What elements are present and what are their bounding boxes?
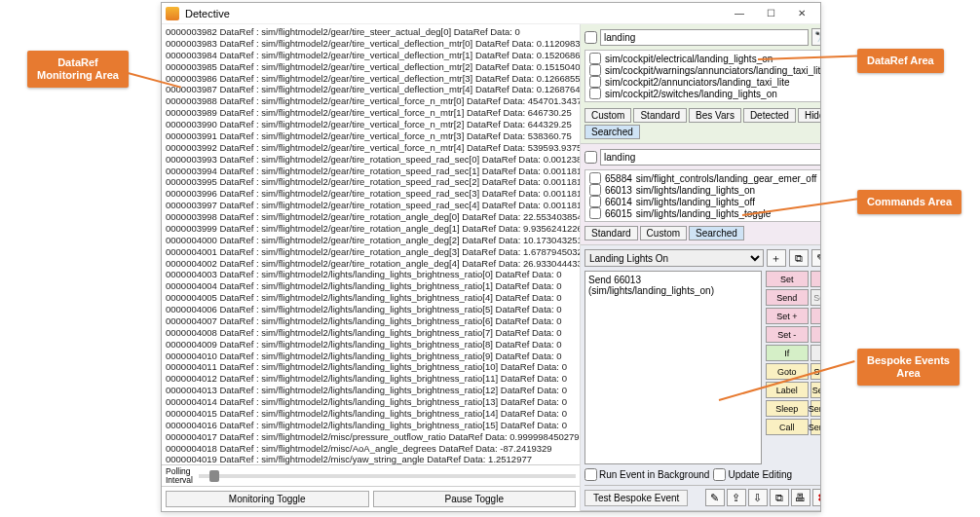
polling-slider[interactable]: [199, 474, 576, 478]
dataref-item-label: sim/cockpit2/switches/landing_lights_on: [605, 89, 777, 99]
command-item-id: 66015: [605, 208, 632, 219]
monitor-list[interactable]: 0000003982 DataRef : sim/flightmodel2/ge…: [162, 24, 580, 464]
monitor-row: 0000003983 DataRef : sim/flightmodel2/ge…: [166, 38, 576, 50]
monitor-row: 0000003999 DataRef : sim/flightmodel2/ge…: [166, 223, 576, 235]
monitor-row: 0000004017 DataRef : sim/flightmodel2/mi…: [166, 431, 576, 443]
event-action-button[interactable]: Set /: [810, 326, 820, 343]
export-event-icon[interactable]: ⇪: [727, 489, 746, 506]
dataref-tab[interactable]: Hidden: [798, 108, 820, 123]
commands-tab[interactable]: Standard: [584, 226, 638, 240]
dataref-search-input[interactable]: [600, 29, 809, 46]
event-body-text[interactable]: Send 66013 (sim/lights/landing_lights_on…: [584, 271, 762, 464]
dataref-item-check[interactable]: [589, 53, 601, 64]
dataref-tab[interactable]: Standard: [633, 108, 687, 123]
window-title: Detective: [185, 8, 725, 19]
monitor-row: 0000003995 DataRef : sim/flightmodel2/ge…: [166, 176, 576, 188]
monitor-row: 0000004019 DataRef : sim/flightmodel2/mi…: [166, 454, 576, 464]
monitor-row: 0000004013 DataRef : sim/flightmodel2/li…: [166, 385, 576, 396]
titlebar: Detective — ☐ ✕: [162, 3, 820, 24]
event-action-button[interactable]: If: [766, 345, 809, 361]
dataref-item-label: sim/cockpit/electrical/landing_lights_on: [605, 54, 773, 64]
monitoring-toggle-button[interactable]: Monitoring Toggle: [166, 491, 369, 507]
event-action-button[interactable]: Send Var: [810, 289, 820, 306]
monitor-row: 0000004008 DataRef : sim/flightmodel2/li…: [166, 327, 576, 339]
copy-event-icon[interactable]: ⧉: [789, 249, 809, 267]
monitor-row: 0000004014 DataRef : sim/flightmodel2/li…: [166, 396, 576, 408]
monitor-row: 0000004010 DataRef : sim/flightmodel2/li…: [166, 351, 576, 362]
event-action-button[interactable]: Set: [766, 271, 809, 287]
callout-dataref: DataRef Area: [857, 49, 944, 73]
dataref-item-check[interactable]: [589, 88, 601, 99]
monitor-row: 0000004002 DataRef : sim/flightmodel2/ge…: [166, 258, 576, 270]
event-action-button[interactable]: Set -: [766, 326, 809, 343]
maximize-button[interactable]: ☐: [756, 5, 785, 22]
monitor-row: 0000003993 DataRef : sim/flightmodel2/ge…: [166, 154, 576, 166]
commands-tab[interactable]: Custom: [640, 226, 687, 240]
dataref-item[interactable]: sim/cockpit2/switches/landing_lights_on: [587, 88, 820, 99]
dataref-check[interactable]: [584, 31, 597, 44]
dataref-panel: 🔭 sim/cockpit/electrical/landing_lights_…: [581, 24, 820, 144]
commands-search-input[interactable]: [600, 149, 820, 166]
monitor-row: 0000004012 DataRef : sim/flightmodel2/li…: [166, 373, 576, 385]
event-action-button[interactable]: Set +: [766, 308, 809, 324]
command-item-check[interactable]: [589, 207, 601, 219]
monitor-row: 0000003987 DataRef : sim/flightmodel2/ge…: [166, 84, 576, 95]
dataref-tab[interactable]: Detected: [743, 108, 796, 123]
monitor-row: 0000003991 DataRef : sim/flightmodel2/ge…: [166, 130, 576, 142]
monitor-row: 0000003998 DataRef : sim/flightmodel2/ge…: [166, 211, 576, 223]
command-item[interactable]: 65884 sim/flight_controls/landing_gear_e…: [587, 172, 820, 184]
run-bg-label: Run Event in Background: [599, 469, 709, 480]
print-icon[interactable]: 🖶: [791, 489, 810, 506]
commands-list[interactable]: 65884 sim/flight_controls/landing_gear_e…: [584, 169, 820, 222]
update-editing-checkbox[interactable]: [713, 468, 726, 481]
dataref-item[interactable]: sim/cockpit2/annunciators/landing_taxi_l…: [587, 76, 820, 88]
delete-icon[interactable]: ✖: [812, 489, 820, 506]
dataref-item-check[interactable]: [589, 64, 601, 76]
command-item[interactable]: 66014 sim/lights/landing_lights_off: [587, 196, 820, 207]
command-item-check[interactable]: [589, 184, 601, 196]
edit-icon[interactable]: ✎: [705, 489, 725, 506]
rename-event-icon[interactable]: ✎: [811, 249, 820, 267]
dataref-tabs: CustomStandardBes VarsDetectedHiddenSear…: [584, 108, 820, 139]
app-icon: [166, 7, 179, 20]
run-bg-checkbox[interactable]: [584, 468, 597, 481]
test-bespoke-button[interactable]: Test Bespoke Event: [584, 490, 688, 506]
dataref-item[interactable]: sim/cockpit/warnings/annunciators/landin…: [587, 64, 820, 76]
monitor-row: 0000004009 DataRef : sim/flightmodel2/li…: [166, 339, 576, 351]
event-action-button[interactable]: Sleep: [766, 400, 809, 417]
event-action-button[interactable]: Set =: [810, 271, 820, 287]
event-select[interactable]: Landing Lights On: [584, 249, 764, 267]
event-action-grid: SetSet =SendSend VarSet +Set *Set -Set /…: [766, 271, 820, 464]
dataref-tab[interactable]: Bes Vars: [689, 108, 741, 123]
monitor-row: 0000003997 DataRef : sim/flightmodel2/ge…: [166, 200, 576, 211]
command-item-check[interactable]: [589, 196, 601, 207]
event-action-button[interactable]: SendKey*: [810, 382, 820, 398]
dataref-tab[interactable]: Custom: [584, 108, 631, 123]
dataref-item-check[interactable]: [589, 76, 601, 88]
monitor-row: 0000004001 DataRef : sim/flightmodel2/ge…: [166, 246, 576, 258]
commands-tab[interactable]: Searched: [689, 226, 744, 240]
minimize-button[interactable]: —: [725, 5, 754, 22]
pause-toggle-button[interactable]: Pause Toggle: [373, 491, 577, 507]
binoculars-icon[interactable]: 🔭: [811, 28, 820, 46]
event-action-button[interactable]: SendKeyDn: [810, 400, 820, 417]
duplicate-icon[interactable]: ⧉: [770, 489, 789, 506]
update-editing-label: Update Editing: [728, 469, 792, 480]
close-button[interactable]: ✕: [787, 5, 816, 22]
monitor-row: 0000004018 DataRef : sim/flightmodel2/mi…: [166, 443, 576, 455]
event-action-button[interactable]: Call: [766, 419, 809, 435]
import-event-icon[interactable]: ⇩: [748, 489, 768, 506]
command-item-check[interactable]: [589, 172, 601, 184]
event-action-button[interactable]: Set *: [810, 308, 820, 324]
command-item[interactable]: 66013 sim/lights/landing_lights_on: [587, 184, 820, 196]
event-action-button[interactable]: If Var: [810, 345, 820, 361]
event-action-button[interactable]: SendKeyUp: [810, 419, 820, 435]
monitor-row: 0000004003 DataRef : sim/flightmodel2/li…: [166, 269, 576, 280]
command-item-path: sim/flight_controls/landing_gear_emer_of…: [636, 173, 816, 184]
event-action-button[interactable]: Send: [766, 289, 809, 306]
commands-check[interactable]: [584, 151, 597, 164]
dataref-item-label: sim/cockpit/warnings/annunciators/landin…: [605, 65, 820, 76]
dataref-tab[interactable]: Searched: [584, 125, 640, 139]
command-item-path: sim/lights/landing_lights_on: [636, 185, 755, 196]
new-event-icon[interactable]: ＋: [767, 249, 786, 267]
